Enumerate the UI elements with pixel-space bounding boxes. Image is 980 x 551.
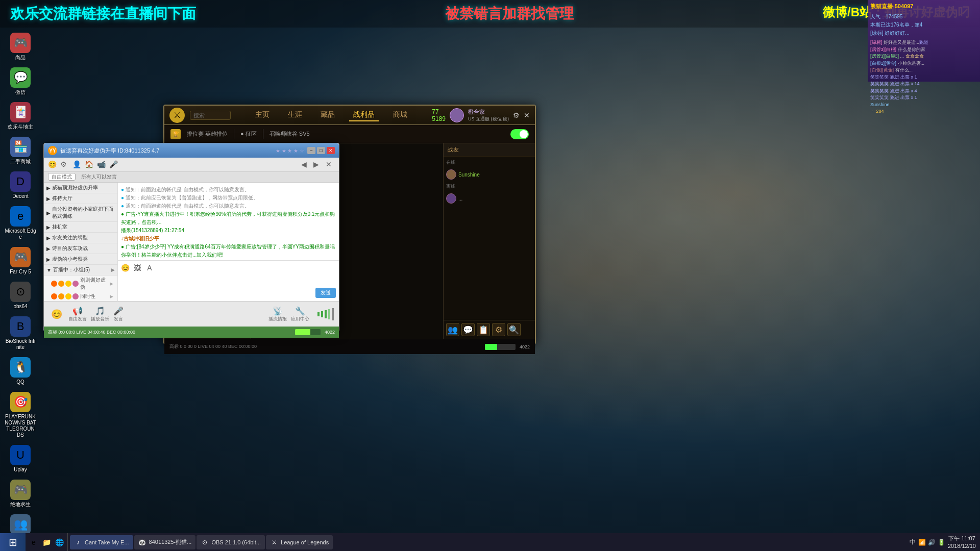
yy-home-icon[interactable]: 🏠 [85, 160, 94, 169]
desktop-icon-0[interactable]: 🎮 尚品 [3, 31, 38, 63]
yy-settings-icon[interactable]: ⚙ [60, 160, 69, 169]
system-clock[interactable]: 下午 11:07 2018/12/10 [948, 535, 976, 549]
party-btn-5[interactable]: 🔍 [507, 323, 521, 336]
desktop-icon-1[interactable]: 💬 微信 [3, 65, 38, 97]
party-btn-1[interactable]: 👥 [446, 323, 459, 336]
desktop-icon-10[interactable]: 🎯 PLAYERUNKNOWN'S BATTLEGROUNDS [3, 390, 38, 440]
yy-group-4[interactable]: ▶水友关注的纲型 [44, 233, 117, 243]
yy-channel-7-1[interactable]: 同时性▶ [44, 292, 117, 301]
desktop-icon-img-11: U [10, 445, 31, 465]
yy-forward-icon[interactable]: ▶ [313, 160, 323, 169]
yy-window-title: 被遗弃再次好虚伪升率 ID:84011325 4.7 [60, 147, 273, 155]
yy-channel-icon-7-1-0 [51, 293, 57, 299]
player-card-2[interactable]: ... [446, 192, 532, 205]
desktop-icon-img-13: 👥 [10, 514, 31, 535]
yy-sidebar: ▶威猫预测好虚伪升率▶撑持大厅▶自分投资者的小家庭扭下面格式训练▶挂机室▶水友关… [44, 183, 118, 301]
yy-channel-icon-7-1-1 [58, 293, 64, 299]
taskbar-item-0[interactable]: ♪ Cant Take My E... [70, 535, 133, 549]
yy-image-btn[interactable]: 🖼 [132, 263, 142, 273]
stream-panel-title: 熊猫直播-504097 [870, 3, 977, 10]
yy-group-1[interactable]: ▶撑持大厅 [44, 193, 117, 204]
yy-music-label[interactable]: 🎵 播放音乐 [91, 306, 109, 322]
toggle-switch[interactable] [510, 129, 529, 139]
desktop-icon-5[interactable]: e Microsoft Edge [3, 204, 38, 242]
desktop-icon-8[interactable]: B BioShock Infinite [3, 314, 38, 353]
tray-battery-icon[interactable]: 🔋 [938, 538, 946, 546]
desktop-icon-6[interactable]: 🎮 Far Cry 5 [3, 245, 38, 277]
yy-send-button[interactable]: 发送 [315, 288, 336, 298]
yy-video-icon[interactable]: 📹 [97, 160, 106, 169]
yy-stream-label[interactable]: 📡 播流情报 [268, 306, 287, 322]
desktop-icon-label-4: Decent [12, 193, 29, 199]
tray-network-icon[interactable]: 📶 [918, 538, 926, 546]
yy-mode-dropdown[interactable]: 自由模式 [48, 173, 76, 181]
taskbar-item-1[interactable]: 🐼 84011325-熊猫... [134, 535, 196, 549]
nav-shop[interactable]: 商城 [389, 109, 411, 121]
yy-text-input[interactable] [120, 274, 337, 295]
desktop-icon-7[interactable]: ⊙ obs64 [3, 280, 38, 312]
yy-speak-label[interactable]: 🎤 发言 [113, 306, 124, 322]
party-btn-2[interactable]: 💬 [461, 323, 475, 336]
player-card-1[interactable]: Sunshine [446, 168, 532, 181]
yy-emoji-btn[interactable]: 😊 [120, 263, 130, 273]
yy-group-6[interactable]: ▶虚伪的小考察类 [44, 254, 117, 265]
taskbar-item-icon-0: ♪ [74, 538, 82, 546]
yy-back-icon[interactable]: ◀ [301, 160, 310, 169]
player-name-2: ... [458, 196, 462, 202]
yy-channel-7-0[interactable]: 别则训好虚伪▶ [44, 276, 117, 292]
desktop-icon-9[interactable]: 🐧 QQ [3, 355, 38, 387]
party-btn-3[interactable]: 📋 [477, 323, 490, 336]
yy-counter: 4022 [325, 330, 335, 335]
yy-app-center-icon: 🔧 [295, 306, 305, 316]
vol-bar-4 [328, 309, 330, 319]
yy-group-5[interactable]: ▶诗目的发车攻战 [44, 243, 117, 254]
desktop-icon-3[interactable]: 🏪 二手商城 [3, 135, 38, 167]
yy-mode-bar: 自由模式 所有人可以发言 [44, 172, 339, 183]
desktop-icon-4[interactable]: D Decent [3, 169, 38, 202]
yy-maximize-button[interactable]: □ [317, 147, 325, 154]
nav-loot[interactable]: 战利品 [349, 109, 379, 121]
game-settings-button[interactable]: ⚙ [513, 111, 520, 119]
game-close-button[interactable]: ✕ [524, 111, 530, 119]
tray-keyboard-icon[interactable]: 中 [909, 538, 917, 546]
yy-font-btn[interactable]: A [144, 263, 155, 273]
tray-speaker-icon[interactable]: 🔊 [928, 538, 936, 546]
header-username: 橙合家 US 互通服 (段位 段) [468, 108, 509, 122]
windows-icon: ⊞ [9, 536, 17, 548]
taskbar-item-2[interactable]: ⊙ OBS 21.1.0 (64bit... [197, 535, 265, 549]
toolbar-divider-1 [234, 129, 234, 139]
yy-group-0[interactable]: ▶威猫预测好虚伪升率 [44, 183, 117, 193]
yy-mic-bottom-icon[interactable]: 😊 [49, 307, 64, 322]
game-header: ⚔ 主页 生涯 藏品 战利品 商城 77 5189 橙合家 US 互通服 (段位… [164, 106, 535, 125]
party-btn-4[interactable]: ⚙ [492, 323, 505, 336]
nav-collection[interactable]: 藏品 [316, 109, 339, 121]
nav-home[interactable]: 主页 [251, 109, 274, 121]
yy-group-arrow-2: ▶ [46, 210, 51, 216]
game-right-panel: 战友 在线 Sunshine 离线 ... 👥 💬 📋 [443, 143, 535, 339]
yy-close-button[interactable]: ✕ [327, 147, 335, 154]
desktop-icon-2[interactable]: 🃏 欢乐斗地主 [3, 100, 38, 132]
yy-mic-icon[interactable]: 🎤 [109, 160, 118, 169]
nav-career[interactable]: 生涯 [284, 109, 306, 121]
yy-auto-speak-label[interactable]: 📢 自由发言 [68, 306, 87, 322]
taskbar-item-3[interactable]: ⚔ League of Legends [266, 535, 333, 549]
desktop-icon-12[interactable]: 🎮 绝地求生 [3, 478, 38, 510]
quick-folder-icon[interactable]: 📁 [41, 537, 52, 548]
yy-app-center-label[interactable]: 🔧 应用中心 [291, 306, 309, 322]
yy-channel-label-7-0: 别则训好虚伪 [80, 277, 108, 291]
desktop-icon-11[interactable]: U Uplay [3, 443, 38, 475]
game-search-input[interactable] [190, 111, 231, 120]
yy-minimize-button[interactable]: − [307, 147, 315, 154]
yy-close2-icon[interactable]: ✕ [326, 160, 335, 169]
yy-face-icon[interactable]: 😊 [48, 160, 57, 169]
yy-user-icon[interactable]: 👤 [72, 160, 82, 169]
yy-group-7[interactable]: ▼百播中：小组(5)▶ [44, 265, 117, 276]
quick-ie-icon[interactable]: e [28, 537, 39, 548]
yy-group-2[interactable]: ▶自分投资者的小家庭扭下面格式训练 [44, 204, 117, 222]
player-avatar-2 [446, 193, 456, 204]
quick-chrome-icon[interactable]: 🌐 [54, 537, 65, 548]
system-tray: 中 📶 🔊 🔋 [909, 538, 946, 546]
start-button[interactable]: ⊞ [0, 533, 26, 551]
yy-bottom-bar: 😊 📢 自由发言 🎵 播放音乐 🎤 发言 📡 播流情报 🔧 应用中心 [44, 301, 339, 327]
yy-group-3[interactable]: ▶挂机室 [44, 222, 117, 233]
